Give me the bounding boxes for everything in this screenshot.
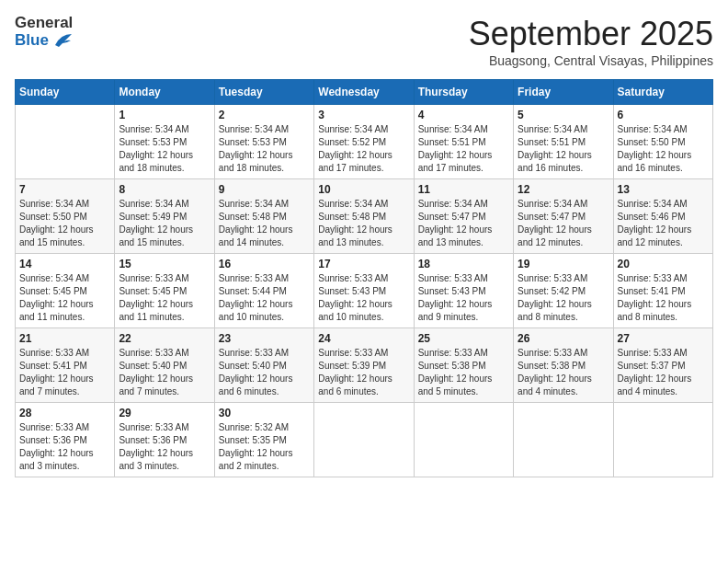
calendar-header: SundayMondayTuesdayWednesdayThursdayFrid…: [16, 80, 713, 105]
cell-content: Sunrise: 5:33 AM Sunset: 5:44 PM Dayligh…: [219, 272, 310, 324]
month-title: September 2025: [469, 15, 713, 53]
day-number: 9: [219, 183, 310, 196]
calendar-cell: 27Sunrise: 5:33 AM Sunset: 5:37 PM Dayli…: [613, 328, 712, 403]
cell-content: Sunrise: 5:33 AM Sunset: 5:38 PM Dayligh…: [518, 347, 609, 398]
calendar-cell: 19Sunrise: 5:33 AM Sunset: 5:42 PM Dayli…: [514, 254, 613, 328]
cell-content: Sunrise: 5:34 AM Sunset: 5:51 PM Dayligh…: [418, 123, 509, 175]
calendar-cell: 17Sunrise: 5:33 AM Sunset: 5:43 PM Dayli…: [314, 254, 414, 328]
calendar-cell: 25Sunrise: 5:33 AM Sunset: 5:38 PM Dayli…: [414, 328, 513, 403]
day-header-monday: Monday: [115, 80, 214, 105]
day-number: 12: [518, 183, 609, 196]
calendar-cell: 4Sunrise: 5:34 AM Sunset: 5:51 PM Daylig…: [414, 105, 513, 179]
cell-content: Sunrise: 5:33 AM Sunset: 5:40 PM Dayligh…: [119, 347, 210, 398]
calendar-cell: 11Sunrise: 5:34 AM Sunset: 5:47 PM Dayli…: [414, 179, 513, 254]
day-number: 22: [119, 332, 210, 345]
calendar-cell: 14Sunrise: 5:34 AM Sunset: 5:45 PM Dayli…: [16, 254, 115, 328]
location-title: Buagsong, Central Visayas, Philippines: [469, 53, 713, 68]
calendar-cell: [314, 403, 414, 477]
calendar-cell: 21Sunrise: 5:33 AM Sunset: 5:41 PM Dayli…: [16, 328, 115, 403]
cell-content: Sunrise: 5:33 AM Sunset: 5:41 PM Dayligh…: [618, 272, 709, 324]
calendar-cell: 2Sunrise: 5:34 AM Sunset: 5:53 PM Daylig…: [214, 105, 313, 179]
day-header-tuesday: Tuesday: [214, 80, 313, 105]
day-number: 23: [219, 332, 310, 345]
calendar-week-2: 7Sunrise: 5:34 AM Sunset: 5:50 PM Daylig…: [16, 179, 713, 254]
logo-graphic: General Blue: [15, 15, 74, 49]
calendar-week-3: 14Sunrise: 5:34 AM Sunset: 5:45 PM Dayli…: [16, 254, 713, 328]
day-number: 14: [19, 258, 110, 270]
day-number: 18: [418, 258, 509, 270]
cell-content: Sunrise: 5:33 AM Sunset: 5:37 PM Dayligh…: [618, 347, 709, 398]
cell-content: Sunrise: 5:32 AM Sunset: 5:35 PM Dayligh…: [219, 421, 310, 473]
day-number: 26: [518, 332, 609, 345]
calendar-cell: [514, 403, 613, 477]
cell-content: Sunrise: 5:33 AM Sunset: 5:39 PM Dayligh…: [318, 347, 409, 398]
day-number: 29: [119, 407, 210, 419]
cell-content: Sunrise: 5:33 AM Sunset: 5:38 PM Dayligh…: [418, 347, 509, 398]
calendar-table: SundayMondayTuesdayWednesdayThursdayFrid…: [15, 79, 713, 477]
days-header-row: SundayMondayTuesdayWednesdayThursdayFrid…: [16, 80, 713, 105]
title-area: September 2025 Buagsong, Central Visayas…: [469, 15, 713, 68]
cell-content: Sunrise: 5:33 AM Sunset: 5:45 PM Dayligh…: [119, 272, 210, 324]
cell-content: Sunrise: 5:33 AM Sunset: 5:36 PM Dayligh…: [119, 421, 210, 473]
day-number: 4: [418, 109, 509, 121]
calendar-cell: 1Sunrise: 5:34 AM Sunset: 5:53 PM Daylig…: [115, 105, 214, 179]
calendar-cell: 10Sunrise: 5:34 AM Sunset: 5:48 PM Dayli…: [314, 179, 414, 254]
day-number: 7: [19, 183, 110, 196]
cell-content: Sunrise: 5:34 AM Sunset: 5:49 PM Dayligh…: [119, 198, 210, 249]
logo-text-general: General: [15, 15, 74, 32]
calendar-cell: 16Sunrise: 5:33 AM Sunset: 5:44 PM Dayli…: [214, 254, 313, 328]
day-number: 11: [418, 183, 509, 196]
calendar-body: 1Sunrise: 5:34 AM Sunset: 5:53 PM Daylig…: [16, 105, 713, 477]
day-number: 10: [318, 183, 409, 196]
calendar-week-5: 28Sunrise: 5:33 AM Sunset: 5:36 PM Dayli…: [16, 403, 713, 477]
day-header-thursday: Thursday: [414, 80, 513, 105]
day-number: 6: [618, 109, 709, 121]
calendar-cell: 5Sunrise: 5:34 AM Sunset: 5:51 PM Daylig…: [514, 105, 613, 179]
day-number: 3: [318, 109, 409, 121]
cell-content: Sunrise: 5:34 AM Sunset: 5:52 PM Dayligh…: [318, 123, 409, 175]
calendar-week-4: 21Sunrise: 5:33 AM Sunset: 5:41 PM Dayli…: [16, 328, 713, 403]
cell-content: Sunrise: 5:33 AM Sunset: 5:43 PM Dayligh…: [318, 272, 409, 324]
day-header-sunday: Sunday: [16, 80, 115, 105]
cell-content: Sunrise: 5:34 AM Sunset: 5:51 PM Dayligh…: [518, 123, 609, 175]
calendar-week-1: 1Sunrise: 5:34 AM Sunset: 5:53 PM Daylig…: [16, 105, 713, 179]
calendar-cell: [16, 105, 115, 179]
logo: General Blue: [15, 15, 74, 49]
day-number: 17: [318, 258, 409, 270]
cell-content: Sunrise: 5:34 AM Sunset: 5:47 PM Dayligh…: [418, 198, 509, 249]
cell-content: Sunrise: 5:34 AM Sunset: 5:48 PM Dayligh…: [318, 198, 409, 249]
day-number: 15: [119, 258, 210, 270]
calendar-cell: 26Sunrise: 5:33 AM Sunset: 5:38 PM Dayli…: [514, 328, 613, 403]
cell-content: Sunrise: 5:33 AM Sunset: 5:41 PM Dayligh…: [19, 347, 110, 398]
cell-content: Sunrise: 5:34 AM Sunset: 5:45 PM Dayligh…: [19, 272, 110, 324]
cell-content: Sunrise: 5:34 AM Sunset: 5:47 PM Dayligh…: [518, 198, 609, 249]
cell-content: Sunrise: 5:34 AM Sunset: 5:53 PM Dayligh…: [119, 123, 210, 175]
calendar-cell: 24Sunrise: 5:33 AM Sunset: 5:39 PM Dayli…: [314, 328, 414, 403]
cell-content: Sunrise: 5:34 AM Sunset: 5:53 PM Dayligh…: [219, 123, 310, 175]
calendar-cell: 8Sunrise: 5:34 AM Sunset: 5:49 PM Daylig…: [115, 179, 214, 254]
cell-content: Sunrise: 5:33 AM Sunset: 5:36 PM Dayligh…: [19, 421, 110, 473]
day-number: 27: [618, 332, 709, 345]
day-number: 28: [19, 407, 110, 419]
day-number: 30: [219, 407, 310, 419]
calendar-cell: 15Sunrise: 5:33 AM Sunset: 5:45 PM Dayli…: [115, 254, 214, 328]
day-header-friday: Friday: [514, 80, 613, 105]
calendar-cell: 13Sunrise: 5:34 AM Sunset: 5:46 PM Dayli…: [613, 179, 712, 254]
day-number: 24: [318, 332, 409, 345]
calendar-cell: 22Sunrise: 5:33 AM Sunset: 5:40 PM Dayli…: [115, 328, 214, 403]
day-number: 21: [19, 332, 110, 345]
day-number: 25: [418, 332, 509, 345]
logo-bird-icon: [53, 32, 74, 49]
cell-content: Sunrise: 5:34 AM Sunset: 5:50 PM Dayligh…: [19, 198, 110, 249]
calendar-cell: 18Sunrise: 5:33 AM Sunset: 5:43 PM Dayli…: [414, 254, 513, 328]
calendar-cell: 28Sunrise: 5:33 AM Sunset: 5:36 PM Dayli…: [16, 403, 115, 477]
calendar-cell: 7Sunrise: 5:34 AM Sunset: 5:50 PM Daylig…: [16, 179, 115, 254]
calendar-cell: [414, 403, 513, 477]
cell-content: Sunrise: 5:34 AM Sunset: 5:46 PM Dayligh…: [618, 198, 709, 249]
calendar-cell: 9Sunrise: 5:34 AM Sunset: 5:48 PM Daylig…: [214, 179, 313, 254]
day-number: 5: [518, 109, 609, 121]
logo-text-blue: Blue: [15, 32, 74, 50]
cell-content: Sunrise: 5:33 AM Sunset: 5:42 PM Dayligh…: [518, 272, 609, 324]
calendar-cell: [613, 403, 712, 477]
day-number: 13: [618, 183, 709, 196]
